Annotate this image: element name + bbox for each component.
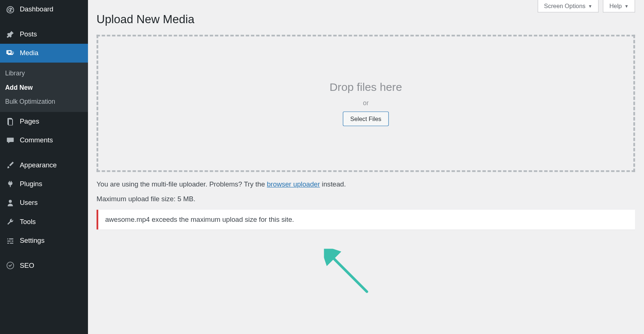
sidebar-item-posts[interactable]: Posts <box>0 25 88 44</box>
sidebar-item-label: Comments <box>20 136 53 144</box>
sidebar-item-label: Posts <box>20 31 37 38</box>
uploader-note-suffix: instead. <box>320 181 346 188</box>
media-icon <box>5 48 15 58</box>
media-submenu: Library Add New Bulk Optimization <box>0 63 88 112</box>
sliders-icon <box>5 235 15 246</box>
uploader-note-prefix: You are using the multi-file uploader. P… <box>96 181 267 188</box>
page-icon <box>5 116 15 127</box>
submenu-add-new[interactable]: Add New <box>0 80 88 94</box>
seo-icon <box>5 260 15 271</box>
uploader-note: You are using the multi-file uploader. P… <box>96 181 635 188</box>
admin-sidebar: Dashboard Posts Media Library Add New Bu… <box>0 0 88 334</box>
screen-options-label: Screen Options <box>544 3 585 10</box>
sidebar-item-settings[interactable]: Settings <box>0 231 88 250</box>
sidebar-item-users[interactable]: Users <box>0 193 88 212</box>
brush-icon <box>5 160 15 170</box>
user-icon <box>5 198 15 208</box>
submenu-bulk-optimization[interactable]: Bulk Optimization <box>0 95 88 109</box>
wrench-icon <box>5 217 15 227</box>
help-tab[interactable]: Help ▼ <box>603 0 635 13</box>
chevron-down-icon: ▼ <box>624 4 629 8</box>
sidebar-item-label: Appearance <box>20 161 57 169</box>
sidebar-item-comments[interactable]: Comments <box>0 131 88 150</box>
sidebar-item-pages[interactable]: Pages <box>0 112 88 131</box>
sidebar-item-label: Pages <box>20 117 39 125</box>
upload-error-message: awesome.mp4 exceeds the maximum upload s… <box>96 210 635 230</box>
upload-dropzone[interactable]: Drop files here or Select Files <box>96 35 635 172</box>
annotation-arrow-icon <box>324 249 380 300</box>
top-tabs: Screen Options ▼ Help ▼ <box>538 0 635 13</box>
help-label: Help <box>609 3 622 10</box>
pushpin-icon <box>5 29 15 39</box>
select-files-button[interactable]: Select Files <box>343 111 389 126</box>
sidebar-item-dashboard[interactable]: Dashboard <box>0 0 88 19</box>
sidebar-item-media[interactable]: Media <box>0 44 88 63</box>
max-upload-size-note: Maximum upload file size: 5 MB. <box>96 195 635 203</box>
browser-uploader-link[interactable]: browser uploader <box>267 181 320 188</box>
sidebar-item-label: Settings <box>20 237 45 245</box>
sidebar-item-label: Dashboard <box>20 6 53 13</box>
svg-rect-3 <box>8 119 12 125</box>
chevron-down-icon: ▼ <box>588 4 592 8</box>
plug-icon <box>5 179 15 189</box>
comment-icon <box>5 135 15 145</box>
drop-files-text: Drop files here <box>329 81 402 94</box>
sidebar-item-label: Users <box>20 199 38 207</box>
sidebar-item-plugins[interactable]: Plugins <box>0 175 88 193</box>
or-text: or <box>363 99 369 106</box>
sidebar-item-label: Tools <box>20 218 36 225</box>
sidebar-item-appearance[interactable]: Appearance <box>0 156 88 174</box>
submenu-library[interactable]: Library <box>0 66 88 80</box>
dashboard-icon <box>5 4 15 15</box>
sidebar-item-label: Media <box>20 49 39 57</box>
screen-options-tab[interactable]: Screen Options ▼ <box>538 0 599 13</box>
sidebar-item-label: Plugins <box>20 180 42 188</box>
sidebar-item-label: SEO <box>20 262 34 269</box>
sidebar-item-seo[interactable]: SEO <box>0 256 88 275</box>
svg-line-6 <box>330 255 367 292</box>
main-content: Screen Options ▼ Help ▼ Upload New Media… <box>88 0 644 334</box>
sidebar-item-tools[interactable]: Tools <box>0 212 88 231</box>
